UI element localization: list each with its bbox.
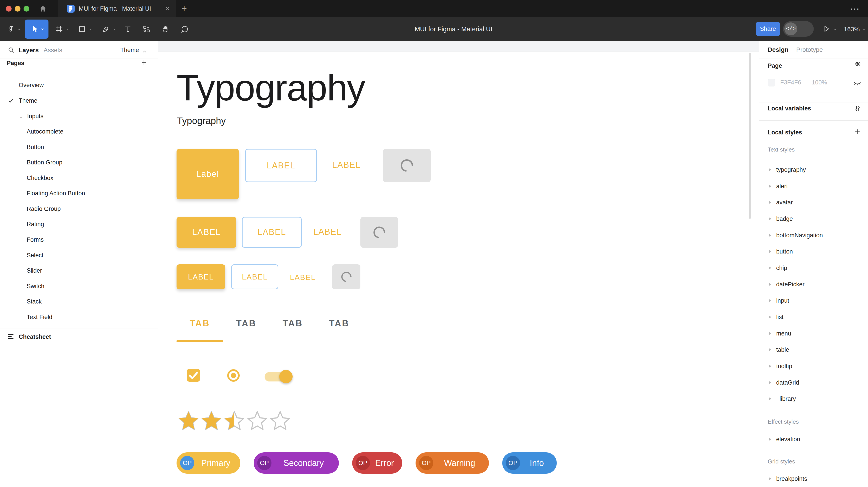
style-item-datepicker[interactable]: datePicker <box>759 280 868 289</box>
style-item-elevation[interactable]: elevation <box>759 434 868 444</box>
components-tool-icon[interactable] <box>143 25 150 33</box>
disclosure-triangle-icon[interactable] <box>769 381 771 384</box>
outlined-button-small[interactable]: LABEL <box>231 264 278 289</box>
document-title[interactable]: MUI for Figma - Material UI <box>415 26 493 33</box>
loading-button-small[interactable] <box>332 264 361 289</box>
traffic-minimize-button[interactable] <box>15 6 21 11</box>
add-page-icon[interactable] <box>141 59 147 66</box>
color-swatch[interactable] <box>768 79 775 87</box>
comment-tool-icon[interactable] <box>181 25 189 33</box>
chevron-up-icon[interactable] <box>142 49 147 54</box>
local-styles-header[interactable]: Local styles <box>768 129 802 136</box>
sidebar-item-button-group[interactable]: Button Group <box>0 156 158 168</box>
sidebar-item-rating[interactable]: Rating <box>0 218 158 230</box>
home-icon[interactable] <box>39 5 47 12</box>
tab-layers[interactable]: Layers <box>19 47 39 54</box>
pen-tool-icon[interactable] <box>102 25 110 33</box>
sidebar-item-select[interactable]: Select <box>0 249 158 261</box>
shape-tool-chevron-icon[interactable] <box>89 28 92 31</box>
text-button-medium[interactable]: LABEL <box>313 227 342 237</box>
frame-tool-chevron-icon[interactable] <box>66 28 69 31</box>
disclosure-triangle-icon[interactable] <box>769 397 771 400</box>
sidebar-item-radio-group[interactable]: Radio Group <box>0 203 158 215</box>
sidebar-item-floating-action-button[interactable]: Floating Action Button <box>0 187 158 199</box>
sidebar-item-checkbox[interactable]: Checkbox <box>0 172 158 184</box>
window-more-menu[interactable]: ⋯ <box>850 3 861 14</box>
sidebar-item-forms[interactable]: Forms <box>0 234 158 246</box>
style-item-avatar[interactable]: avatar <box>759 197 868 207</box>
sidebar-item-inputs[interactable]: ↓ Inputs <box>0 110 158 122</box>
chip-secondary[interactable]: OP Secondary <box>254 452 339 474</box>
disclosure-triangle-icon[interactable] <box>769 233 771 237</box>
disclosure-triangle-icon[interactable] <box>769 332 771 335</box>
contained-button-small[interactable]: LABEL <box>177 264 225 289</box>
design-canvas[interactable]: Typography Typography Label LABEL LABEL … <box>158 41 758 487</box>
chip-primary[interactable]: OP Primary <box>177 452 240 474</box>
share-button[interactable]: Share <box>756 22 780 36</box>
file-tab[interactable]: MUI for Figma - Material UI <box>58 0 176 17</box>
tab-item-active[interactable]: TAB <box>177 314 223 333</box>
rating-star[interactable] <box>201 411 222 432</box>
rating-star[interactable] <box>247 411 268 432</box>
style-item-typography[interactable]: typography <box>759 165 868 175</box>
chip-error[interactable]: OP Error <box>352 452 402 474</box>
style-item-menu[interactable]: menu <box>759 329 868 338</box>
disclosure-triangle-icon[interactable] <box>769 283 771 286</box>
page-color-value[interactable]: F3F4F6 <box>780 79 801 86</box>
rating-star[interactable] <box>270 411 290 432</box>
sidebar-item-slider[interactable]: Slider <box>0 265 158 277</box>
tab-prototype[interactable]: Prototype <box>796 46 823 53</box>
page-color-row[interactable]: F3F4F6 100% <box>768 78 861 88</box>
style-item-bottomnavigation[interactable]: bottomNavigation <box>759 230 868 240</box>
rating-star[interactable] <box>178 411 199 432</box>
style-item-input[interactable]: input <box>759 296 868 305</box>
style-item-tooltip[interactable]: tooltip <box>759 361 868 371</box>
style-item-button[interactable]: button <box>759 247 868 256</box>
sidebar-item-button[interactable]: Button <box>0 141 158 153</box>
zoom-level[interactable]: 163% <box>844 26 860 33</box>
tab-design[interactable]: Design <box>768 46 788 53</box>
radio-selected[interactable] <box>227 369 240 382</box>
tab-close-icon[interactable] <box>164 5 171 12</box>
disclosure-triangle-icon[interactable] <box>769 250 771 253</box>
disclosure-triangle-icon[interactable] <box>769 477 771 481</box>
variables-sliders-icon[interactable] <box>854 105 861 112</box>
text-button-large[interactable]: LABEL <box>332 160 361 170</box>
switch-thumb[interactable] <box>279 370 292 383</box>
rating-star[interactable] <box>224 411 245 432</box>
sidebar-item-switch[interactable]: Switch <box>0 280 158 292</box>
disclosure-triangle-icon[interactable] <box>769 266 771 270</box>
frame-tool-icon[interactable] <box>55 25 63 33</box>
loading-button-large[interactable] <box>383 149 431 182</box>
outlined-button-medium[interactable]: LABEL <box>242 217 302 248</box>
contained-button-medium[interactable]: LABEL <box>177 217 236 248</box>
add-style-icon[interactable] <box>854 128 861 135</box>
figma-main-menu-icon[interactable] <box>7 25 15 33</box>
page-color-opacity[interactable]: 100% <box>812 79 827 86</box>
hand-tool-icon[interactable] <box>162 25 169 33</box>
traffic-close-button[interactable] <box>6 6 11 11</box>
sidebar-item-autocomplete[interactable]: Autocomplete <box>0 126 158 137</box>
style-item-breakpoints[interactable]: breakpoints <box>759 474 868 484</box>
tab-item[interactable]: TAB <box>223 314 270 333</box>
pen-tool-chevron-icon[interactable] <box>113 28 117 31</box>
tab-item[interactable]: TAB <box>270 314 316 333</box>
style-item-datagrid[interactable]: dataGrid <box>759 378 868 387</box>
chip-warning[interactable]: OP Warning <box>415 452 489 474</box>
switch-on[interactable] <box>265 369 293 384</box>
eye-closed-icon[interactable] <box>853 79 861 87</box>
tab-item[interactable]: TAB <box>316 314 363 333</box>
disclosure-triangle-icon[interactable] <box>769 185 771 188</box>
chip-info[interactable]: OP Info <box>502 452 557 474</box>
traffic-zoom-button[interactable] <box>24 6 29 11</box>
text-button-small[interactable]: LABEL <box>290 273 316 282</box>
present-play-icon[interactable] <box>823 25 830 33</box>
contained-button-large[interactable]: Label <box>177 149 239 199</box>
local-variables-header[interactable]: Local variables <box>768 105 811 112</box>
checkbox-checked[interactable] <box>187 369 200 382</box>
sidebar-item-cheatsheet[interactable]: Cheatsheet <box>0 331 158 343</box>
text-tool-icon[interactable] <box>124 25 132 33</box>
search-icon[interactable] <box>8 47 14 53</box>
disclosure-triangle-icon[interactable] <box>769 217 771 221</box>
sidebar-item-text-field[interactable]: Text Field <box>0 311 158 323</box>
